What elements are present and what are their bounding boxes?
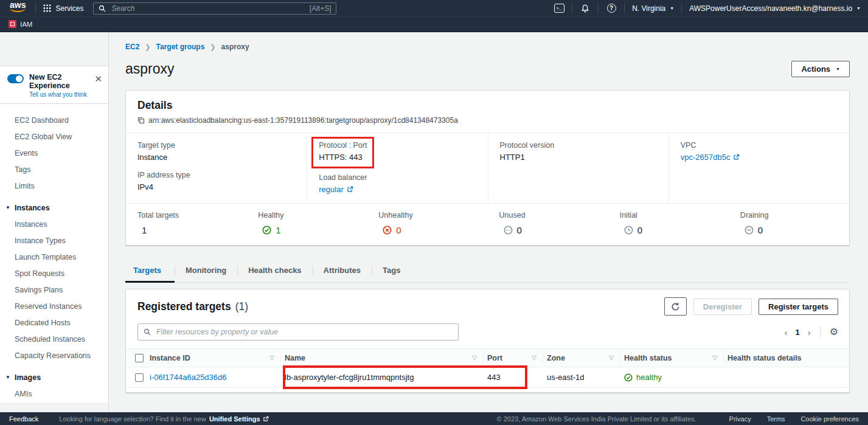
filter-icon[interactable]: ▽	[472, 354, 477, 361]
column-zone[interactable]: Zone▽	[543, 349, 620, 367]
sidebar-item-tags[interactable]: Tags	[15, 162, 108, 178]
tab-attributes[interactable]: Attributes	[313, 260, 372, 282]
privacy-link[interactable]: Privacy	[729, 415, 751, 423]
next-page-button[interactable]: ›	[808, 328, 811, 337]
column-instance-id[interactable]: Instance ID▽	[146, 349, 281, 367]
account-label: AWSPowerUserAccess/navaneeth.kn@harness.…	[689, 4, 852, 13]
sidebar-item-dedicated-hosts[interactable]: Dedicated Hosts	[15, 315, 108, 331]
protocol-port-label: Protocol : Port	[319, 141, 367, 150]
new-experience-toggle[interactable]	[7, 74, 24, 83]
column-health-status-details[interactable]: Health status details	[724, 349, 849, 367]
filter-icon[interactable]: ▽	[609, 354, 614, 361]
sidebar-item-reserved-instances[interactable]: Reserved Instances	[15, 299, 108, 315]
account-menu[interactable]: AWSPowerUserAccess/navaneeth.kn@harness.…	[689, 4, 861, 13]
filter-icon[interactable]: ▽	[269, 354, 274, 361]
unified-settings-link[interactable]: Unified Settings	[209, 415, 269, 423]
notifications-button[interactable]	[580, 4, 591, 13]
services-menu[interactable]: Services	[43, 4, 83, 13]
sidebar-nav: EC2 DashboardEC2 Global ViewEventsTagsLi…	[0, 104, 108, 403]
cell-name: lb-asproxytyler-cfcg8jru1tmmqpntsjtg	[281, 373, 484, 382]
chevron-down-icon: ▼	[836, 67, 840, 71]
external-link-icon	[263, 416, 269, 422]
sidebar: New EC2 Experience Tell us what you thin…	[0, 32, 109, 412]
tell-us-link[interactable]: Tell us what you think	[29, 91, 89, 98]
tab-tags[interactable]: Tags	[372, 260, 411, 282]
terms-link[interactable]: Terms	[767, 415, 785, 423]
favorite-iam[interactable]: IAM	[9, 20, 32, 28]
sidebar-item-launch-templates[interactable]: Launch Templates	[15, 249, 108, 266]
tab-health-checks[interactable]: Health checks	[237, 260, 312, 282]
page-title: asproxy	[125, 61, 175, 77]
actions-label: Actions	[801, 64, 830, 74]
cloudshell-icon: >_	[554, 4, 564, 13]
sidebar-spacer	[0, 32, 108, 66]
details-heading: Details	[126, 91, 849, 115]
filter-icon[interactable]: ▽	[532, 354, 536, 361]
cell-instance-id[interactable]: i-06f1744a6a25d36d6	[146, 373, 281, 382]
close-icon[interactable]: ✕	[94, 74, 102, 83]
triangle-down-icon: ▼	[5, 375, 10, 380]
refresh-button[interactable]	[664, 297, 687, 316]
global-search[interactable]: [Alt+S]	[93, 2, 336, 15]
check-circle-icon	[624, 373, 633, 382]
annotation-box-protocol-port: Protocol : Port HTTPS: 443	[311, 137, 374, 168]
cell-port: 443	[484, 373, 543, 382]
divider	[35, 3, 36, 13]
help-button[interactable]: ?	[606, 4, 617, 13]
breadcrumb-ec2[interactable]: EC2	[125, 43, 139, 51]
vpc-link[interactable]: vpc-2657db5c	[681, 153, 740, 162]
feedback-link[interactable]: Feedback	[9, 415, 38, 423]
tab-targets[interactable]: Targets	[125, 260, 175, 282]
filter-icon[interactable]: ▽	[712, 354, 717, 361]
region-selector[interactable]: N. Virginia ▼	[632, 4, 674, 13]
sidebar-item-ec2-dashboard[interactable]: EC2 Dashboard	[15, 112, 108, 129]
column-name[interactable]: Name▽	[281, 349, 484, 367]
tab-monitoring[interactable]: Monitoring	[175, 260, 237, 282]
filter-input[interactable]	[155, 327, 453, 337]
grid-icon	[43, 4, 51, 12]
select-all-checkbox[interactable]	[135, 354, 144, 362]
settings-gear-icon[interactable]: ⚙	[830, 327, 838, 337]
language-text: Looking for language selection? Find it …	[59, 415, 206, 423]
sidebar-item-limits[interactable]: Limits	[15, 178, 108, 195]
sidebar-section-instances[interactable]: ▼Instances	[15, 198, 108, 216]
registered-targets-count: (1)	[235, 300, 248, 313]
search-input[interactable]	[110, 4, 305, 13]
sidebar-item-ec2-global-view[interactable]: EC2 Global View	[15, 129, 108, 145]
sidebar-item-scheduled-instances[interactable]: Scheduled Instances	[15, 331, 108, 348]
deregister-button[interactable]: Deregister	[693, 299, 752, 315]
sidebar-item-capacity-reservations[interactable]: Capacity Reservations	[15, 348, 108, 364]
details-card: Details arn:aws:elasticloadbalancing:us-…	[125, 90, 850, 246]
load-balancer-label: Load balancer	[319, 173, 476, 182]
external-link-icon	[733, 154, 740, 161]
stat-healthy: Healthy 1	[246, 204, 367, 245]
column-health-status[interactable]: Health status▽	[620, 349, 724, 367]
sidebar-item-instance-types[interactable]: Instance Types	[15, 233, 108, 249]
sidebar-item-amis[interactable]: AMIs	[15, 386, 108, 403]
load-balancer-link[interactable]: regular	[319, 185, 353, 194]
breadcrumb-target-groups[interactable]: Target groups	[156, 43, 205, 51]
ellipsis-circle-icon	[504, 226, 513, 235]
search-shortcut: [Alt+S]	[310, 4, 332, 13]
page-number[interactable]: 1	[795, 328, 799, 337]
external-link-icon	[347, 186, 353, 193]
cloudshell-button[interactable]: >_	[554, 4, 564, 13]
protocol-version-label: Protocol version	[500, 141, 657, 150]
sidebar-item-events[interactable]: Events	[15, 145, 108, 162]
register-targets-button[interactable]: Register targets	[759, 299, 838, 315]
sidebar-item-instances[interactable]: Instances	[15, 216, 108, 233]
sidebar-section-images[interactable]: ▼Images	[15, 368, 108, 386]
column-port[interactable]: Port▽	[484, 349, 543, 367]
breadcrumb-separator: ❯	[145, 43, 150, 51]
sidebar-item-spot-requests[interactable]: Spot Requests	[15, 266, 108, 282]
cookie-preferences-link[interactable]: Cookie preferences	[801, 415, 859, 423]
previous-page-button[interactable]: ‹	[784, 328, 787, 337]
actions-button[interactable]: Actions ▼	[791, 61, 850, 77]
copy-icon[interactable]	[137, 117, 145, 124]
filter-box[interactable]	[137, 323, 459, 340]
row-checkbox[interactable]	[135, 373, 144, 382]
aws-logo[interactable]: aws	[10, 2, 26, 12]
table-row[interactable]: i-06f1744a6a25d36d6 lb-asproxytyler-cfcg…	[126, 367, 849, 388]
ip-address-type-value: IPv4	[137, 182, 295, 192]
sidebar-item-savings-plans[interactable]: Savings Plans	[15, 282, 108, 299]
